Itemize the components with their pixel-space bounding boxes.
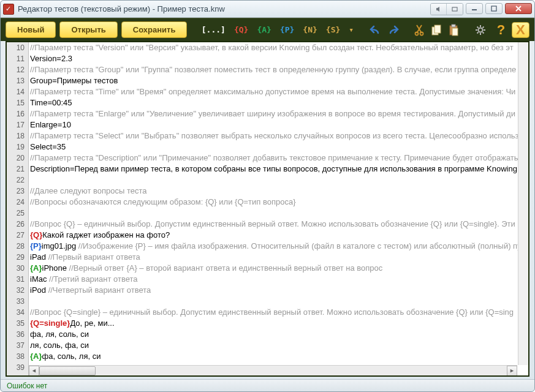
help-icon[interactable]: ? [495, 23, 508, 37]
line-number: 20 [7, 153, 28, 164]
app-icon [3, 4, 14, 15]
window-http-group [430, 3, 463, 15]
speaker-icon[interactable] [431, 4, 447, 15]
open-button[interactable]: Открыть [59, 21, 117, 38]
code-line[interactable]: //Параметр теста "Version" или "Версия" … [29, 42, 528, 53]
code-line[interactable]: ля, соль, фа, си [29, 340, 528, 351]
vertical-scrollbar[interactable] [518, 42, 528, 365]
line-number: 35 [7, 318, 28, 329]
code-line[interactable]: {A}фа, соль, ля, си [29, 351, 528, 362]
code-line[interactable]: //Параметр теста "Enlarge" или "Увеличен… [29, 108, 528, 119]
horizontal-scrollbar[interactable]: ◄ ► [29, 365, 517, 375]
scroll-left-button[interactable]: ◄ [29, 366, 39, 376]
line-number: 22 [7, 175, 28, 186]
code-line[interactable]: //Вопросы обозначаются следующим образом… [29, 197, 528, 208]
line-number: 17 [7, 119, 28, 130]
line-number: 23 [7, 186, 28, 197]
settings-icon[interactable] [474, 23, 487, 37]
code-line[interactable]: iPod //Четвертый вариант ответа [29, 285, 528, 296]
line-number: 10 [7, 42, 28, 53]
gutter: 1011121314151617181920212223242526272829… [7, 42, 29, 375]
tag-n-button[interactable]: {N} [300, 23, 319, 36]
code-line[interactable]: //Вопрос {Q=single} – единичный выбор. Д… [29, 307, 528, 318]
status-text: Ошибок нет [7, 382, 47, 390]
svg-point-4 [420, 32, 423, 35]
scroll-right-button[interactable]: ► [507, 366, 517, 376]
paste-icon[interactable] [447, 23, 460, 37]
svg-point-10 [478, 28, 482, 32]
line-number: 36 [7, 329, 28, 340]
code-line[interactable]: //Параметр теста "Time" или "Время" опре… [29, 86, 528, 97]
window-title: Редактор тестов (текстовый режим) - Прим… [18, 4, 430, 13]
svg-rect-1 [472, 9, 477, 10]
exit-icon[interactable]: X [512, 22, 529, 38]
window: Редактор тестов (текстовый режим) - Прим… [0, 0, 535, 392]
line-number: 30 [7, 263, 28, 274]
code-line[interactable]: //Вопрос {Q} – единичный выбор. Допустим… [29, 219, 528, 230]
line-number: 14 [7, 86, 28, 97]
code-line[interactable]: iMac //Третий вариант ответа [29, 274, 528, 285]
line-number: 33 [7, 296, 28, 307]
code-line[interactable]: Group=Примеры тестов [29, 75, 528, 86]
line-number: 32 [7, 285, 28, 296]
copy-icon[interactable] [430, 23, 443, 37]
editor[interactable]: 1011121314151617181920212223242526272829… [7, 42, 528, 375]
line-number: 21 [7, 164, 28, 175]
line-number: 13 [7, 75, 28, 86]
tag-s-button[interactable]: {S} [324, 23, 343, 36]
svg-point-3 [415, 32, 419, 35]
close-button[interactable] [505, 3, 532, 14]
code-line[interactable]: //Параметр теста "Group" или "Группа" по… [29, 64, 528, 75]
new-button[interactable]: Новый [6, 21, 56, 38]
tag-ellipsis-button[interactable]: [...] [199, 23, 228, 36]
code-line[interactable] [29, 175, 528, 186]
scroll-track[interactable] [39, 366, 507, 376]
line-number: 24 [7, 197, 28, 208]
code-line[interactable]: Select=35 [29, 141, 528, 153]
code-line[interactable]: {P}img01.jpg //Изображение {P} – имя фай… [29, 241, 528, 252]
svg-rect-8 [452, 24, 455, 27]
line-number: 18 [7, 130, 28, 141]
code-line[interactable]: {Q}Какой гаджет изображен на фото? [29, 230, 528, 241]
line-number: 19 [7, 141, 28, 153]
scroll-thumb[interactable] [39, 366, 96, 375]
cut-icon[interactable] [412, 23, 426, 37]
tag-a-button[interactable]: {A} [254, 23, 273, 36]
code-line[interactable] [29, 296, 528, 307]
redo-icon[interactable] [386, 23, 400, 37]
code-line[interactable]: iPad //Первый вариант ответа [29, 252, 528, 263]
code-line[interactable]: //Параметр теста "Select" или "Выбрать" … [29, 130, 528, 141]
line-number: 16 [7, 108, 28, 119]
titlebar: Редактор тестов (текстовый режим) - Прим… [1, 1, 534, 18]
code-line[interactable]: //Параметр теста "Description" или "Прим… [29, 153, 528, 164]
code-line[interactable]: Time=00:45 [29, 97, 528, 108]
toolbar: Новый Открыть Сохранить [...] {Q} {A} {P… [1, 18, 534, 41]
window-controls [430, 3, 532, 15]
line-number: 11 [7, 53, 28, 64]
code-area[interactable]: //Параметр теста "Version" или "Версия" … [29, 42, 528, 375]
svg-rect-2 [491, 6, 496, 11]
line-number: 28 [7, 241, 28, 252]
svg-rect-9 [452, 28, 458, 36]
line-number: 25 [7, 208, 28, 219]
tag-q-button[interactable]: {Q} [232, 23, 251, 36]
save-button[interactable]: Сохранить [121, 21, 188, 38]
code-line[interactable]: {Q=single}До, ре, ми... [29, 318, 528, 329]
undo-icon[interactable] [369, 23, 382, 37]
minimize-button[interactable] [466, 3, 483, 14]
dock-icon[interactable] [447, 4, 463, 15]
line-number: 12 [7, 64, 28, 75]
code-line[interactable]: //Далее следуют вопросы теста [29, 186, 528, 197]
tag-dropdown-icon[interactable]: ▾ [346, 23, 356, 36]
tag-p-button[interactable]: {P} [278, 23, 297, 36]
code-line[interactable]: Version=2.3 [29, 53, 528, 64]
line-number: 26 [7, 219, 28, 230]
code-line[interactable]: Enlarge=10 [29, 119, 528, 130]
code-line[interactable]: {A}iPhone //Верный ответ {A} – второй ва… [29, 263, 528, 274]
maximize-button[interactable] [485, 3, 503, 14]
code-line[interactable]: фа, ля, соль, си [29, 329, 528, 340]
code-line[interactable] [29, 208, 528, 219]
code-line[interactable]: Description=Перед вами пример теста, в к… [29, 164, 528, 175]
line-number: 37 [7, 340, 28, 351]
line-number: 29 [7, 252, 28, 263]
